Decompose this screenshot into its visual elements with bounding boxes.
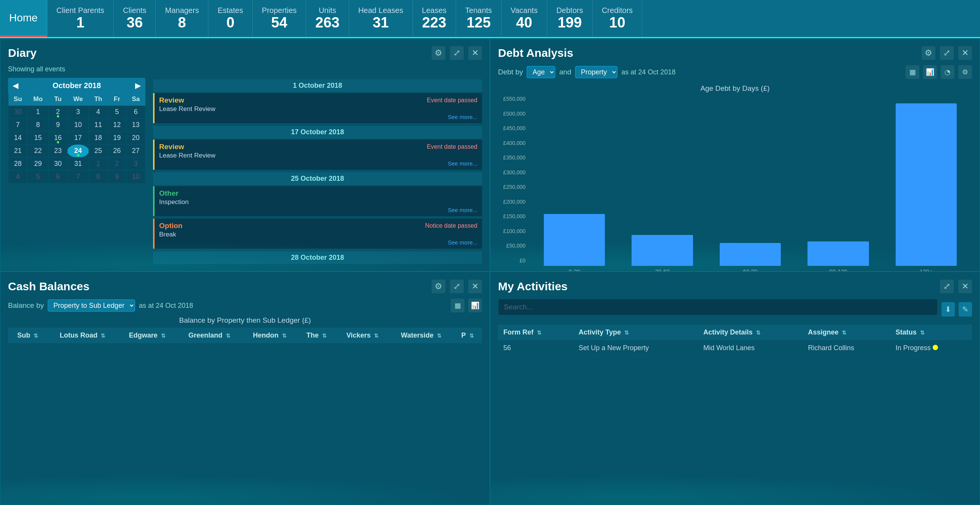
cash-table-header[interactable]: Sub ⇅ [8,328,47,343]
diary-close-btn[interactable]: ✕ [468,46,482,60]
cash-expand-btn[interactable]: ⤢ [450,280,464,293]
cash-table-header[interactable]: The ⇅ [297,328,336,343]
cal-day[interactable]: 4 [89,106,108,119]
cal-day[interactable]: 30 [48,158,67,170]
tab-managers[interactable]: Managers8 [156,0,208,37]
tab-head-leases[interactable]: Head Leases31 [349,0,413,37]
cash-filter-btn[interactable]: ⚙ [432,280,445,293]
activities-col-activity-details[interactable]: Activity Details ⇅ [698,325,803,340]
cal-day[interactable]: 3 [126,158,145,170]
cal-day[interactable]: 15 [27,132,48,145]
cal-day[interactable]: 29 [27,158,48,170]
cal-day[interactable]: 14 [8,132,27,145]
cash-table-header[interactable]: Waterside ⇅ [389,328,453,343]
cal-day[interactable]: 18 [89,132,108,145]
see-more-link[interactable]: See more... [159,239,477,246]
cash-table-header[interactable]: Vickers ⇅ [336,328,389,343]
cal-day[interactable]: 6 [126,106,145,119]
cal-day[interactable]: 26 [108,145,126,158]
cal-day[interactable]: 13 [126,119,145,132]
tab-estates[interactable]: Estates0 [208,0,253,37]
cal-next-btn[interactable]: ▶ [135,81,141,90]
cal-day[interactable]: 9 [48,119,67,132]
event-item[interactable]: Review Event date passed Lease Rent Revi… [153,140,482,170]
cash-close-btn[interactable]: ✕ [468,280,482,293]
see-more-link[interactable]: See more... [159,114,477,120]
tab-client-parents[interactable]: Client Parents1 [47,0,114,37]
event-item[interactable]: Review Event date passed Lease Rent Revi… [153,93,482,123]
cash-table-header[interactable]: P ⇅ [453,328,482,343]
cal-day[interactable]: 11 [89,119,108,132]
cal-day[interactable]: 21 [8,145,27,158]
cal-day[interactable]: 19 [108,132,126,145]
event-item[interactable]: Other Inspection See more... [153,186,482,216]
cal-day[interactable]: 23 [48,145,67,158]
activities-col-activity-type[interactable]: Activity Type ⇅ [573,325,698,340]
cash-bar-chart-btn[interactable]: 📊 [468,299,482,312]
cal-day[interactable]: 10 [126,170,145,183]
tab-creditors[interactable]: Creditors10 [593,0,642,37]
tab-leases[interactable]: Leases223 [413,0,456,37]
cal-day[interactable]: 1 [27,106,48,119]
activities-edit-btn[interactable]: ✎ [959,302,972,317]
debt-by-age-select[interactable]: Age [527,66,555,78]
tab-home[interactable]: Home [0,0,47,37]
activities-search-input[interactable] [498,299,938,315]
cal-day[interactable]: 8 [89,170,108,183]
activities-row[interactable]: 56Set Up a New PropertyMid World LanesRi… [498,340,972,356]
cal-day[interactable]: 6 [48,170,67,183]
debt-by-property-select[interactable]: Property [575,66,617,78]
activities-col-assignee[interactable]: Assignee ⇅ [803,325,890,340]
see-more-link[interactable]: See more... [159,207,477,213]
diary-filter-btn[interactable]: ⚙ [432,46,445,60]
cal-day[interactable]: 12 [108,119,126,132]
tab-properties[interactable]: Properties54 [253,0,306,37]
activities-col-status[interactable]: Status ⇅ [890,325,972,340]
cal-day[interactable]: 27 [126,145,145,158]
pie-chart-btn[interactable]: ◔ [941,65,954,79]
tab-units[interactable]: Units263 [306,0,349,37]
tab-clients[interactable]: Clients36 [114,0,156,37]
tab-debtors[interactable]: Debtors199 [547,0,593,37]
activities-download-btn[interactable]: ⬇ [941,302,955,317]
cal-day[interactable]: 10 [67,119,89,132]
debt-filter-btn[interactable]: ⚙ [922,46,935,60]
table-view-btn[interactable]: ▦ [906,65,919,79]
cal-day[interactable]: 5 [27,170,48,183]
cal-day[interactable]: 20 [126,132,145,145]
cash-table-header[interactable]: Edgware ⇅ [118,328,177,343]
cal-day[interactable]: 5 [108,106,126,119]
cal-day[interactable]: 4 [8,170,27,183]
cal-day[interactable]: 31 [67,158,89,170]
cal-day[interactable]: 17 [67,132,89,145]
debt-expand-btn[interactable]: ⤢ [940,46,954,60]
activities-col-form-ref[interactable]: Form Ref ⇅ [498,325,573,340]
cash-table-header[interactable]: Hendon ⇅ [242,328,297,343]
bar-chart-btn[interactable]: 📊 [923,65,937,79]
cal-day[interactable]: 25 [89,145,108,158]
cal-day[interactable]: 9 [108,170,126,183]
tab-tenants[interactable]: Tenants125 [456,0,501,37]
cal-day[interactable]: 7 [8,119,27,132]
cal-day[interactable]: 16 [48,132,67,145]
cash-table-header[interactable]: Lotus Road ⇅ [47,328,118,343]
cal-day[interactable]: 28 [8,158,27,170]
cal-day[interactable]: 22 [27,145,48,158]
cash-table-view-btn[interactable]: ▦ [451,299,464,312]
cal-day[interactable]: 24 [67,145,89,158]
event-item[interactable]: Option Notice date passed Break See more… [153,219,482,249]
cal-day[interactable]: 1 [89,158,108,170]
cash-table-header[interactable]: Greenland ⇅ [177,328,242,343]
activities-close-btn[interactable]: ✕ [958,280,972,293]
tab-vacants[interactable]: Vacants40 [501,0,547,37]
settings-btn[interactable]: ⚙ [958,65,972,79]
cal-day[interactable]: 7 [67,170,89,183]
cal-day[interactable]: 30 [8,106,27,119]
cal-day[interactable]: 3 [67,106,89,119]
cash-balance-by-select[interactable]: Property to Sub Ledger [48,299,135,312]
cal-day[interactable]: 2 [48,106,67,119]
cal-prev-btn[interactable]: ◀ [13,81,18,90]
activities-expand-btn[interactable]: ⤢ [940,280,954,293]
diary-expand-btn[interactable]: ⤢ [450,46,464,60]
see-more-link[interactable]: See more... [159,160,477,167]
